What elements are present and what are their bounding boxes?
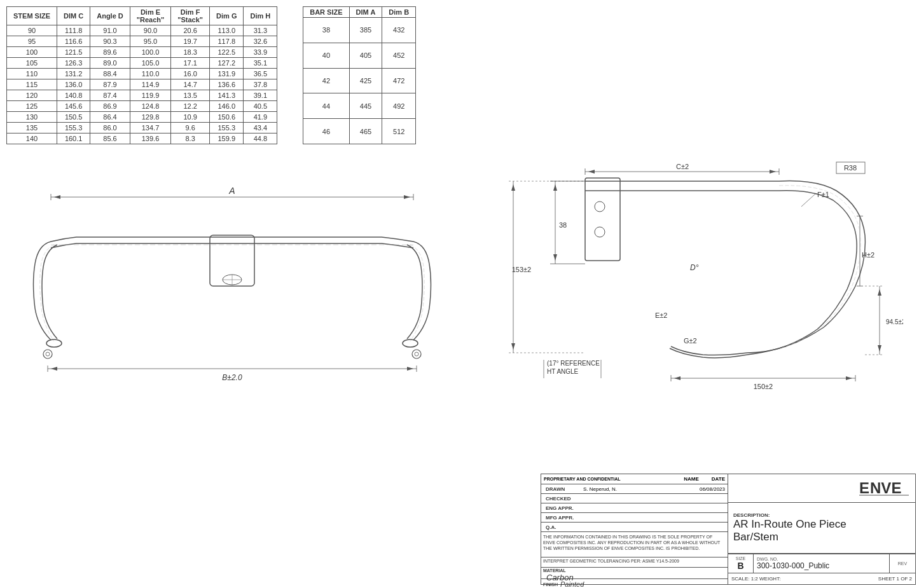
table-cell: 35.1 (244, 58, 277, 69)
svg-marker-50 (511, 343, 515, 350)
table-cell: 140 (7, 133, 57, 144)
table-cell: 43.4 (244, 123, 277, 133)
stem-size-header: STEM SIZE (7, 7, 57, 25)
scale-value: SCALE: 1:2 WEIGHT: (731, 576, 878, 582)
table-cell: 100.0 (130, 47, 170, 58)
title-block-left: PROPRIETARY AND CONFIDENTIAL NAME DATE D… (541, 474, 728, 584)
table-cell: 119.9 (130, 90, 170, 101)
table-cell: 114.9 (130, 79, 170, 90)
title-block-right: ENVE DESCRIPTION: AR In-Route One Piece … (728, 474, 915, 584)
table-cell: 18.3 (171, 47, 210, 58)
date-col-header: DATE (712, 476, 725, 482)
svg-marker-59 (878, 345, 881, 352)
table-cell: 44 (303, 93, 349, 119)
rev-label: REV (898, 561, 907, 566)
table-cell: 136.0 (57, 79, 90, 90)
front-view-svg: A (13, 181, 452, 385)
table-cell: 100 (7, 47, 57, 58)
description-title: AR In-Route One Piece Bar/Stem (733, 518, 910, 544)
svg-marker-21 (407, 367, 413, 371)
table-cell: 40 (303, 43, 349, 68)
table-cell: 46 (303, 119, 349, 144)
svg-point-12 (43, 350, 52, 359)
table-cell: 86.0 (90, 123, 130, 133)
svg-marker-44 (553, 254, 557, 261)
table-cell: 40.5 (244, 101, 277, 112)
table-cell: 95 (7, 36, 57, 47)
finish-label: FINISH (543, 582, 558, 587)
table-cell: 131.2 (57, 69, 90, 79)
title-block: PROPRIETARY AND CONFIDENTIAL NAME DATE D… (541, 474, 916, 585)
table-cell: 12.2 (171, 101, 210, 112)
material-label: MATERIAL (543, 568, 566, 573)
svg-marker-3 (54, 195, 60, 199)
table-cell: 89.6 (90, 47, 130, 58)
svg-text:94.5±2.0: 94.5±2.0 (886, 318, 903, 325)
svg-text:D°: D° (690, 263, 699, 272)
table-cell: 155.3 (210, 123, 244, 133)
svg-text:38: 38 (559, 221, 567, 229)
bar-size-table: BAR SIZE DIM A Dim B 3838543240405452424… (303, 6, 416, 144)
finish-value: Painted (560, 580, 584, 588)
table-cell: 160.1 (57, 133, 90, 144)
table-cell: 146.0 (210, 101, 244, 112)
table-cell: 432 (382, 18, 416, 43)
table-cell: 90.0 (130, 25, 170, 36)
svg-point-14 (403, 339, 418, 347)
table-cell: 86.9 (90, 101, 130, 112)
qa-label: Q.A. (544, 524, 582, 531)
svg-text:B±2.0: B±2.0 (222, 373, 242, 382)
svg-point-38 (595, 202, 605, 212)
table-cell: 136.6 (210, 79, 244, 90)
table-cell: 465 (349, 119, 382, 144)
svg-point-13 (46, 352, 50, 356)
table-cell: 115 (7, 79, 57, 90)
dim-h-header: Dim H (244, 7, 277, 25)
table-cell: 445 (349, 93, 382, 119)
table-cell: 87.4 (90, 90, 130, 101)
table-cell: 31.3 (244, 25, 277, 36)
drawn-value: S. Neperud, N. (582, 486, 700, 492)
size-box: SIZE B (728, 554, 754, 573)
svg-text:150±2: 150±2 (754, 383, 773, 390)
table-cell: 492 (382, 93, 416, 119)
table-cell: 155.3 (57, 123, 90, 133)
front-view: A (13, 181, 452, 385)
svg-marker-28 (588, 170, 595, 174)
table-cell: 110.0 (130, 69, 170, 79)
svg-marker-58 (878, 289, 881, 296)
description-label: DESCRIPTION: (733, 512, 910, 518)
svg-text:R38: R38 (844, 164, 857, 172)
dim-b-header: Dim B (382, 7, 416, 18)
svg-marker-20 (51, 367, 57, 371)
svg-marker-64 (674, 376, 681, 380)
table-cell: 405 (349, 43, 382, 68)
proprietary-text: THE INFORMATION CONTAINED IN THIS DRAWIN… (543, 534, 726, 551)
table-cell: 131.9 (210, 69, 244, 79)
scale-sheet-row: SCALE: 1:2 WEIGHT: SHEET 1 OF 2 (728, 573, 915, 584)
tables-section: STEM SIZE DIM C Angle D Dim E"Reach" Dim… (6, 6, 416, 144)
enve-logo-svg: ENVE (859, 479, 910, 497)
table-cell: 20.6 (171, 25, 210, 36)
dim-f-header: Dim F"Stack" (171, 7, 210, 25)
dim-c-header: DIM C (57, 7, 90, 25)
table-cell: 90.3 (90, 36, 130, 47)
mfg-appr-label: MFG APPR. (544, 514, 582, 521)
table-cell: 124.8 (130, 101, 170, 112)
drawn-label: DRAWN (544, 486, 582, 493)
size-label: SIZE (736, 556, 746, 561)
svg-text:E±2: E±2 (655, 311, 668, 319)
svg-marker-43 (553, 184, 557, 191)
table-cell: 145.6 (57, 101, 90, 112)
table-cell: 121.5 (57, 47, 90, 58)
table-cell: 13.5 (171, 90, 210, 101)
table-cell: 105 (7, 58, 57, 69)
table-cell: 127.2 (210, 58, 244, 69)
table-cell: 10.9 (171, 112, 210, 123)
table-cell: 134.7 (130, 123, 170, 133)
svg-text:(17° REFERENCE: (17° REFERENCE (547, 360, 600, 367)
table-cell: 129.8 (130, 112, 170, 123)
svg-point-16 (415, 352, 418, 356)
table-cell: 91.0 (90, 25, 130, 36)
table-cell: 36.5 (244, 69, 277, 79)
